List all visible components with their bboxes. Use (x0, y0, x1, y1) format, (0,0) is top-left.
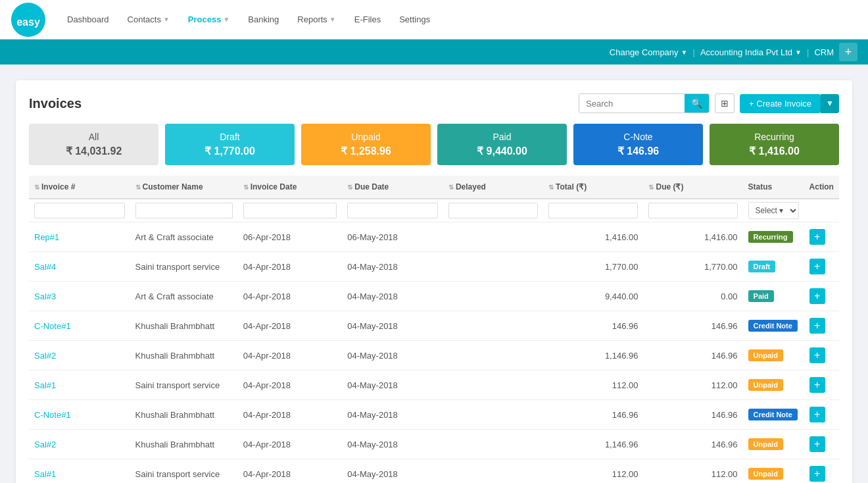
status-tab-paid[interactable]: Paid₹ 9,440.00 (437, 124, 567, 165)
logo[interactable]: easy (11, 2, 46, 38)
filter-input-0[interactable] (34, 203, 125, 218)
total: 1,770.00 (543, 252, 643, 282)
col-customer-name[interactable]: ⇅Customer Name (130, 176, 238, 199)
action-button[interactable]: + (809, 407, 825, 422)
invoices-actions: 🔍 ⊞ + Create Invoice ▼ (579, 93, 839, 113)
col-due-date[interactable]: ⇅Due Date (342, 176, 443, 199)
status-badge: Draft (743, 252, 804, 282)
table-row: Sal#4 Saini transport service 04-Apr-201… (29, 252, 839, 282)
table-row: Sal#3 Art & Craft associate 04-Apr-2018 … (29, 282, 839, 311)
change-company-btn[interactable]: Change Company ▼ (610, 47, 688, 57)
main-content: Invoices 🔍 ⊞ + Create Invoice ▼ All₹ 14,… (0, 64, 868, 483)
filter-input-6[interactable] (648, 203, 737, 218)
action-cell: + (804, 370, 839, 400)
invoice-date: 04-Apr-2018 (238, 341, 343, 370)
col-delayed[interactable]: ⇅Delayed (443, 176, 543, 199)
invoice-number[interactable]: C-Note#1 (29, 400, 130, 430)
nav-banking[interactable]: Banking (240, 9, 287, 30)
status-tab-cnote[interactable]: C-Note₹ 146.96 (573, 124, 703, 165)
due-amount: 112.00 (643, 370, 742, 400)
create-invoice-group: + Create Invoice ▼ (740, 94, 839, 113)
delayed (443, 400, 543, 430)
nav-efiles[interactable]: E-Files (347, 9, 389, 30)
action-button[interactable]: + (809, 436, 825, 452)
status-tab-unpaid[interactable]: Unpaid₹ 1,258.96 (301, 124, 431, 165)
delayed (443, 370, 543, 400)
customer-name: Art & Craft associate (130, 222, 238, 252)
due-amount: 146.96 (643, 430, 742, 459)
col-invoice-date[interactable]: ⇅Invoice Date (238, 176, 343, 199)
invoice-number[interactable]: Sal#1 (29, 370, 130, 400)
add-btn[interactable]: + (839, 43, 857, 61)
table-row: Sal#1 Saini transport service 04-Apr-201… (29, 459, 839, 484)
action-button[interactable]: + (809, 259, 825, 274)
status-filter-select[interactable]: Select ▾ (748, 202, 799, 219)
filter-input-5[interactable] (548, 203, 638, 218)
delayed (443, 430, 543, 459)
action-button[interactable]: + (809, 377, 825, 393)
table-row: C-Note#1 Khushali Brahmbhatt 04-Apr-2018… (29, 311, 839, 341)
col-due----[interactable]: ⇅Due (₹) (643, 176, 742, 199)
invoice-number[interactable]: Sal#4 (29, 252, 130, 282)
company-name-btn[interactable]: Accounting India Pvt Ltd ▼ (700, 47, 802, 57)
nav-dashboard[interactable]: Dashboard (59, 9, 117, 30)
invoice-number[interactable]: Sal#2 (29, 341, 130, 370)
create-invoice-dropdown-button[interactable]: ▼ (821, 94, 839, 113)
invoice-table: ⇅Invoice #⇅Customer Name⇅Invoice Date⇅Du… (29, 176, 839, 483)
nav-contacts[interactable]: Contacts ▼ (120, 9, 178, 30)
status-badge: Recurring (743, 222, 804, 252)
due-amount: 146.96 (643, 400, 742, 430)
total: 112.00 (543, 370, 643, 400)
grid-view-button[interactable]: ⊞ (715, 93, 735, 113)
nav-process[interactable]: Process ▼ (180, 9, 238, 30)
header-bar-divider2: | (807, 47, 809, 57)
col-invoice--[interactable]: ⇅Invoice # (29, 176, 130, 199)
customer-name: Khushali Brahmbhatt (130, 311, 238, 341)
action-cell: + (804, 459, 839, 484)
invoice-number[interactable]: Rep#1 (29, 222, 130, 252)
filter-input-2[interactable] (243, 203, 337, 218)
action-button[interactable]: + (809, 288, 825, 304)
customer-name: Saini transport service (130, 459, 238, 484)
invoice-number[interactable]: Sal#3 (29, 282, 130, 311)
filter-input-3[interactable] (347, 203, 438, 218)
total: 9,440.00 (543, 282, 643, 311)
status-tab-all[interactable]: All₹ 14,031.92 (29, 124, 158, 165)
invoice-date: 04-Apr-2018 (238, 430, 343, 459)
customer-name: Saini transport service (130, 252, 238, 282)
table-row: C-Note#1 Khushali Brahmbhatt 04-Apr-2018… (29, 400, 839, 430)
delayed (443, 459, 543, 484)
col-total----[interactable]: ⇅Total (₹) (543, 176, 643, 199)
action-button[interactable]: + (809, 466, 825, 482)
filter-input-1[interactable] (135, 203, 233, 218)
crm-btn[interactable]: CRM (814, 47, 834, 57)
invoice-number[interactable]: Sal#1 (29, 459, 130, 484)
action-button[interactable]: + (809, 229, 825, 245)
due-amount: 1,770.00 (643, 252, 742, 282)
search-input[interactable] (579, 95, 685, 113)
invoice-date: 04-Apr-2018 (238, 400, 343, 430)
create-invoice-button[interactable]: + Create Invoice (740, 94, 821, 113)
action-button[interactable]: + (809, 318, 825, 334)
nav-settings[interactable]: Settings (391, 9, 438, 30)
status-tab-recurring[interactable]: Recurring₹ 1,416.00 (710, 124, 839, 165)
col-action: Action (804, 176, 839, 199)
invoice-number[interactable]: C-Note#1 (29, 311, 130, 341)
header-bar-divider: | (693, 47, 695, 57)
due-date: 04-May-2018 (342, 370, 443, 400)
invoice-date: 04-Apr-2018 (238, 311, 343, 341)
delayed (443, 282, 543, 311)
search-button[interactable]: 🔍 (685, 94, 709, 113)
filter-input-4[interactable] (448, 203, 538, 218)
action-button[interactable]: + (809, 347, 825, 363)
invoices-card: Invoices 🔍 ⊞ + Create Invoice ▼ All₹ 14,… (16, 80, 852, 483)
status-badge: Paid (743, 282, 804, 311)
col-status: Status (743, 176, 804, 199)
nav-reports[interactable]: Reports ▼ (289, 9, 343, 30)
status-tab-draft[interactable]: Draft₹ 1,770.00 (165, 124, 295, 165)
filter-row: Select ▾ (29, 199, 839, 222)
status-badge: Unpaid (743, 430, 804, 459)
total: 1,146.96 (543, 430, 643, 459)
customer-name: Khushali Brahmbhatt (130, 430, 238, 459)
invoice-number[interactable]: Sal#2 (29, 430, 130, 459)
